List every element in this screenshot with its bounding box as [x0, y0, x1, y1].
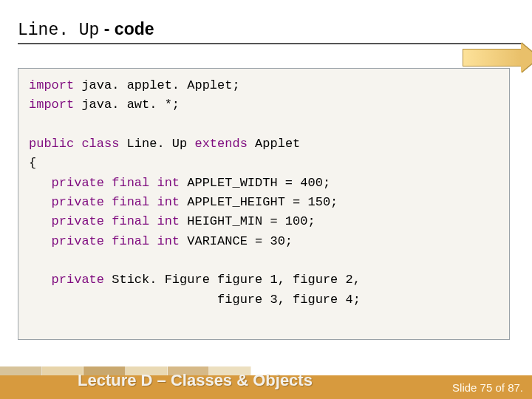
slide-number: Slide 75 of 87. — [452, 381, 523, 394]
title-mono: Line. Up — [18, 21, 99, 40]
arrow-decoration — [463, 49, 522, 66]
code-content: import java. applet. Applet; import java… — [29, 76, 499, 310]
slide: Line. Up - code import java. applet. App… — [0, 0, 532, 399]
title-suffix: - code — [99, 19, 154, 38]
title-rule — [18, 43, 522, 44]
code-block: import java. applet. Applet; import java… — [18, 68, 510, 340]
slide-title: Line. Up - code — [18, 19, 154, 40]
lecture-title: Lecture D – Classes & Objects — [78, 371, 313, 390]
footer: Lecture D – Classes & Objects Slide 75 o… — [0, 366, 532, 399]
